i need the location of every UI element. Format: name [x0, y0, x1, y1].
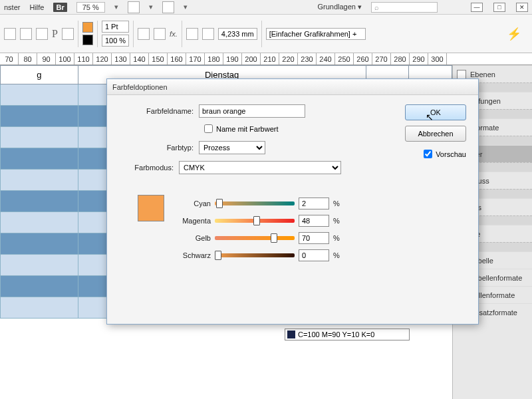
field-label: Farbfeldname: — [119, 107, 199, 115]
wrap-icon[interactable] — [154, 28, 166, 40]
bridge-badge[interactable]: Br — [53, 3, 66, 12]
cyan-value-input[interactable] — [299, 198, 329, 209]
magenta-slider[interactable] — [215, 219, 295, 223]
rect-tool-icon[interactable] — [4, 28, 16, 40]
cyan-slider[interactable] — [215, 201, 295, 205]
flash-icon: ⚡ — [507, 27, 521, 41]
search-input[interactable]: ⌕ — [371, 2, 438, 13]
table-header: g — [1, 66, 78, 84]
corner-icon[interactable] — [186, 28, 198, 40]
yellow-slider[interactable] — [215, 236, 295, 240]
cmyk-sliders: Cyan % Magenta % Gelb % Schwarz — [174, 195, 340, 264]
minimize-button[interactable]: — — [471, 3, 483, 12]
zoom-level[interactable]: 75 % — [76, 2, 105, 13]
field-label: Farbtyp: — [119, 144, 199, 152]
measure-field[interactable]: 4,233 mm — [218, 28, 257, 40]
name-with-value-checkbox[interactable] — [204, 124, 213, 133]
stroke-color-chip[interactable] — [82, 35, 93, 45]
black-value-input[interactable] — [299, 249, 329, 261]
cancel-button[interactable]: Abbrechen — [405, 126, 466, 142]
magenta-value-input[interactable] — [299, 215, 329, 227]
close-button[interactable]: ✕ — [516, 3, 528, 12]
fx-icon[interactable]: fx. — [170, 30, 178, 38]
fit-icon[interactable] — [202, 28, 214, 40]
screen-mode-icon[interactable] — [128, 1, 140, 13]
swatch-chip — [287, 331, 295, 338]
align-icon[interactable] — [62, 28, 74, 40]
color-type-select[interactable]: Prozess — [199, 141, 265, 154]
color-mode-select[interactable]: CMYK — [179, 161, 341, 174]
menu-bar: nster Hilfe Br 75 % ▾ ▾ ▾ Grundlagen ▾ ⌕… — [0, 0, 532, 15]
search-icon: ⌕ — [374, 3, 379, 11]
object-style-field[interactable]: [Einfacher Grafikrahmen] + — [266, 28, 366, 40]
swatch-options-dialog: Farbfeldoptionen Farbfeldname: Name mit … — [106, 78, 479, 325]
color-preview-swatch — [138, 195, 164, 221]
swatch-name-input[interactable] — [199, 104, 305, 118]
arrange-icon[interactable] — [162, 1, 174, 13]
effects-icon[interactable] — [138, 28, 150, 40]
menu-item-help[interactable]: Hilfe — [29, 3, 44, 11]
ok-button[interactable]: OK — [405, 104, 466, 120]
panel-icon — [457, 70, 466, 79]
fill-color-chip[interactable] — [82, 22, 93, 33]
stroke-weight-field[interactable]: 1 Pt — [102, 21, 129, 33]
maximize-button[interactable]: □ — [493, 3, 505, 12]
paragraph-style-icon[interactable]: P — [52, 28, 58, 40]
scale-field[interactable]: 100 % — [102, 35, 129, 47]
ellipse-tool-icon[interactable] — [20, 28, 32, 40]
workspace-selector[interactable]: Grundlagen ▾ — [317, 3, 362, 11]
field-label: Farbmodus: — [119, 164, 179, 172]
black-slider[interactable] — [215, 253, 295, 257]
yellow-value-input[interactable] — [299, 232, 329, 244]
horizontal-ruler: 7080901001101201301401501601701801902002… — [0, 53, 532, 65]
preview-checkbox[interactable] — [424, 150, 432, 158]
checkbox-label: Vorschau — [436, 150, 466, 158]
dialog-title: Farbfeldoptionen — [107, 79, 478, 95]
control-toolbar: P 1 Pt 100 % fx. 4,233 mm [Einfacher Gra… — [0, 15, 532, 53]
swatch-list-item[interactable]: C=100 M=90 Y=10 K=0 — [285, 329, 410, 340]
menu-item-window[interactable]: nster — [4, 3, 20, 11]
poly-tool-icon[interactable] — [36, 28, 48, 40]
checkbox-label: Name mit Farbwert — [216, 125, 279, 133]
